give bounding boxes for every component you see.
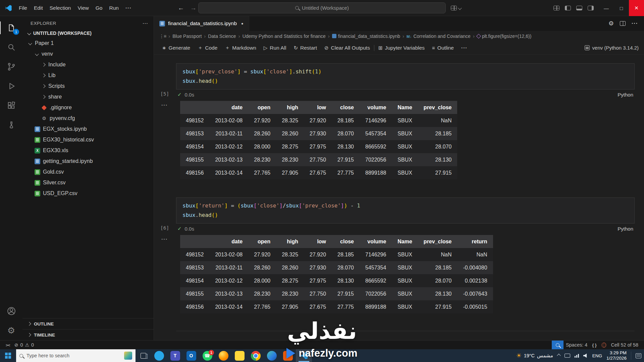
tree-item-egx30-historical-csv[interactable]: EGX30_historical.csv (22, 134, 154, 145)
indentation-indicator[interactable]: Spaces: 4 (564, 341, 590, 349)
tree-item-venv[interactable]: venv (22, 49, 154, 59)
tree-item-getting-started-ipynb[interactable]: getting_started.ipynb (22, 156, 154, 167)
account-icon[interactable] (0, 301, 22, 321)
tree-item-include[interactable]: Include (22, 59, 154, 70)
language-indicator[interactable]: ENG (592, 353, 602, 358)
braces-indicator[interactable] (590, 341, 599, 349)
breadcrumb-item[interactable]: plt.figure(figsize=(12,6)) (477, 34, 531, 39)
clock[interactable]: 3:29 PM 1/27/2026 (606, 350, 627, 361)
network-tray-icon[interactable] (575, 354, 579, 358)
taskbar-app-chrome[interactable] (248, 349, 264, 362)
tray-overflow-icon[interactable] (557, 354, 560, 357)
taskbar-app-skype[interactable] (151, 349, 167, 362)
breadcrumb-item[interactable]: Udemy Python and Statistics for finance (243, 34, 326, 39)
output-options-icon[interactable] (161, 102, 168, 108)
code-editor[interactable]: sbux['prev_close'] = sbux['close'].shift… (176, 63, 635, 89)
display-tray-icon[interactable] (565, 354, 570, 358)
taskbar-search[interactable]: Type here to search (16, 349, 136, 362)
tree-item-gold-csv[interactable]: Gold.csv (22, 167, 154, 177)
add-markdown-cell-button[interactable]: ＋Markdown (221, 43, 260, 53)
split-editor-icon[interactable] (620, 21, 626, 26)
generate-button[interactable]: ∗Generate (159, 43, 194, 53)
customize-layout-icon[interactable] (553, 6, 559, 10)
tree-item-paper-1[interactable]: Paper 1 (22, 38, 154, 49)
search-highlights-art[interactable] (124, 352, 132, 360)
run-all-button[interactable]: ▷Run All (260, 43, 290, 53)
tree-item-pyvenv-cfg[interactable]: ⚙pyvenv.cfg (22, 113, 154, 124)
workspace-root-row[interactable]: UNTITLED (WORKSPACE) (22, 29, 154, 38)
kernel-picker[interactable]: venv (Python 3.14.2) (585, 45, 639, 51)
volume-tray-icon[interactable] (583, 354, 588, 358)
taskbar-app-whatsapp[interactable]: ☎1 (199, 349, 215, 362)
tree-item-silver-csv[interactable]: Silver.csv (22, 177, 154, 188)
tree-item-egx30-xls[interactable]: XEGX30.xls (22, 145, 154, 156)
tree-item-gitignore[interactable]: .gitignore (22, 102, 154, 113)
maximize-button[interactable]: □ (614, 0, 629, 16)
back-arrow-icon[interactable]: ← (178, 4, 184, 12)
code-editor[interactable]: sbux['return'] = (sbux['close']/sbux['pr… (176, 197, 635, 224)
taskbar-app-office[interactable] (280, 349, 296, 362)
breadcrumb-item[interactable]: Data Science (208, 34, 236, 39)
breadcrumb-item[interactable]: Blue Passport (172, 34, 202, 39)
explorer-more-actions-icon[interactable] (143, 21, 149, 26)
outline-button[interactable]: ≡Outline (429, 43, 457, 53)
editor-more-actions-icon[interactable] (632, 20, 638, 26)
remote-indicator[interactable] (3, 341, 12, 349)
cell-language[interactable]: Python (618, 92, 633, 98)
cell-position-indicator[interactable]: Cell 52 of 58 (609, 341, 641, 349)
toggle-panel-icon[interactable] (576, 6, 582, 10)
breadcrumb-outline-icon[interactable]: ⋮≡ (159, 34, 166, 39)
activity-testing-icon[interactable] (0, 115, 22, 135)
cell-language[interactable]: Python (618, 226, 633, 232)
menu-view[interactable]: View (74, 3, 92, 13)
tree-item-lib[interactable]: Lib (22, 70, 154, 81)
clear-all-outputs-button[interactable]: ⊘Clear All Outputs (321, 43, 373, 53)
toggle-sidebar-icon[interactable] (565, 6, 571, 10)
command-center-search[interactable]: Untitled (Workspace) (198, 2, 446, 13)
taskbar-app-edge[interactable] (264, 349, 280, 362)
tree-item-scripts[interactable]: Scripts (22, 81, 154, 92)
toolbar-more-icon[interactable] (458, 43, 471, 53)
settings-gear-icon[interactable] (0, 321, 22, 340)
section-timeline[interactable]: TIMELINE (22, 329, 154, 340)
breadcrumb-item[interactable]: financial_data_statistics.ipynb (332, 34, 400, 39)
activity-run-debug-icon[interactable] (0, 76, 22, 96)
tree-item-share[interactable]: share (22, 92, 154, 102)
taskbar-app-outlook[interactable]: O (183, 349, 199, 362)
toggle-secondary-sidebar-icon[interactable] (588, 6, 594, 10)
activity-extensions-icon[interactable] (0, 96, 22, 115)
taskbar-app-sticky-notes[interactable] (231, 349, 248, 362)
weather-widget[interactable]: ☀ 19°C مشمس (516, 352, 553, 359)
activity-explorer-icon[interactable]: 1 (0, 18, 22, 38)
action-center-icon[interactable] (636, 353, 641, 358)
globe-indicator[interactable] (599, 341, 609, 349)
section-outline[interactable]: OUTLINE (22, 318, 154, 329)
menu-edit[interactable]: Edit (31, 3, 46, 13)
command-center-actions[interactable] (451, 6, 461, 10)
minimize-button[interactable]: — (599, 0, 614, 16)
menu-selection[interactable]: Selection (46, 3, 74, 13)
tree-item-egx-stocks-ipynb[interactable]: EGX_stocks.ipynb (22, 124, 154, 134)
taskbar-app-vscode[interactable] (296, 349, 312, 362)
taskbar-app-teams[interactable]: T (167, 349, 183, 362)
forward-arrow-icon[interactable]: → (190, 4, 197, 12)
menu-file[interactable]: File (15, 3, 31, 13)
taskbar-app-firefox[interactable] (215, 349, 231, 362)
jupyter-variables-button[interactable]: ⊞Jupyter Variables (375, 43, 428, 53)
notebook-settings-icon[interactable] (608, 20, 614, 27)
restart-button[interactable]: ↻Restart (290, 43, 320, 53)
menu-more-icon[interactable] (122, 3, 135, 13)
tree-item-usd-egp-csv[interactable]: USD_EGP.csv (22, 188, 154, 199)
task-view-button[interactable] (136, 349, 151, 362)
output-options-icon[interactable] (161, 236, 168, 242)
zoom-indicator[interactable] (552, 341, 564, 349)
tab-financial-data-statistics[interactable]: financial_data_statistics.ipynb (154, 16, 249, 31)
add-code-cell-button[interactable]: ＋Code (194, 43, 221, 53)
menu-go[interactable]: Go (92, 3, 106, 13)
menu-run[interactable]: Run (106, 3, 122, 13)
breadcrumb-item[interactable]: Correlation and Covariance (407, 34, 471, 39)
start-button[interactable] (0, 349, 16, 362)
activity-source-control-icon[interactable] (0, 57, 22, 76)
close-button[interactable]: ✕ (629, 0, 644, 16)
activity-search-icon[interactable] (0, 38, 22, 57)
